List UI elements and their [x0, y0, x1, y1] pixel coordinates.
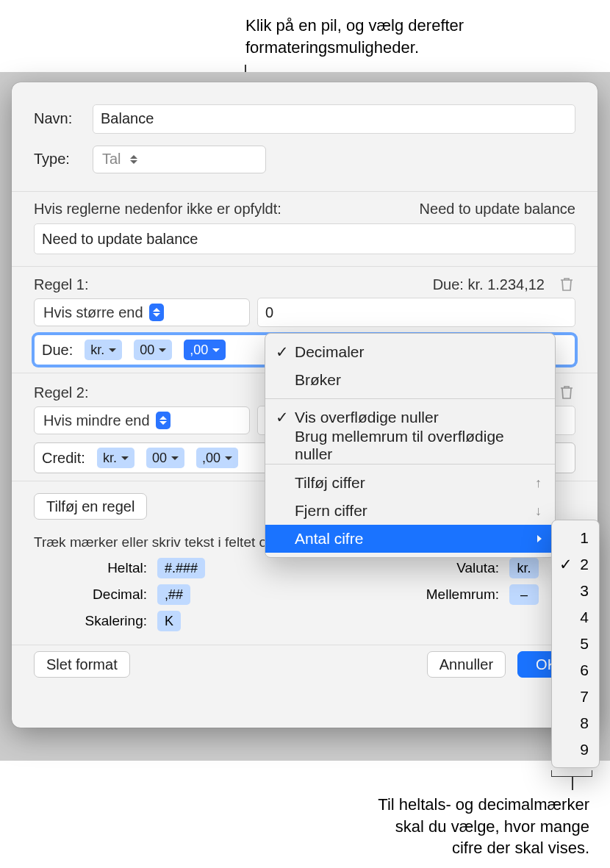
type-value: Tal [102, 151, 121, 168]
rule2-condition-select[interactable]: Hvis mindre end [34, 406, 250, 434]
stepper-icon [156, 412, 171, 429]
menu-brug-mellemrum[interactable]: Brug mellemrum til overflødige nuller [265, 431, 555, 459]
skalering-label: Skalering: [34, 613, 151, 629]
menu-separator [265, 464, 555, 465]
type-select[interactable]: Tal [93, 146, 266, 173]
rule1-condition-value: Hvis større end [43, 304, 143, 321]
fallback-label: Hvis reglerne nedenfor ikke er opfyldt: [34, 201, 281, 218]
rule2-digits-token[interactable]: 00 [146, 448, 184, 468]
skalering-token[interactable]: K [157, 611, 181, 631]
rule2-label: Regel 2: [34, 384, 89, 401]
fallback-preview: Need to update balance [420, 201, 575, 218]
decimal-token[interactable]: ,## [157, 584, 190, 605]
digit-count-submenu: 1 2 3 4 5 6 7 8 9 [551, 520, 600, 768]
callout-bottom-text: Til heltals- og decimalmærker skal du væ… [378, 794, 589, 859]
cancel-button[interactable]: Annuller [427, 651, 506, 678]
valuta-label: Valuta: [408, 560, 503, 576]
rule2-currency-token[interactable]: kr. [97, 448, 134, 468]
trash-icon[interactable] [558, 384, 575, 401]
decimal-label: Decimal: [34, 587, 151, 603]
delete-format-button[interactable]: Slet format [34, 651, 130, 678]
trash-icon[interactable] [558, 276, 575, 293]
rule1-condition-select[interactable]: Hvis større end [34, 298, 250, 326]
digit-3[interactable]: 3 [552, 578, 599, 604]
chevron-right-icon [537, 535, 542, 542]
menu-broker[interactable]: Brøker [265, 366, 555, 394]
callout-top-text: Klik på en pil, og vælg derefter formate… [245, 15, 610, 58]
mellemrum-label: Mellemrum: [408, 587, 503, 603]
menu-fjern-ciffer[interactable]: Fjern ciffer ↓ [265, 497, 555, 525]
digit-8[interactable]: 8 [552, 710, 599, 736]
rule2-condition-value: Hvis mindre end [43, 412, 150, 429]
menu-tilfoj-ciffer[interactable]: Tilføj ciffer ↑ [265, 469, 555, 497]
rule1-digits-token[interactable]: 00 [134, 340, 172, 360]
rule1-currency-token[interactable]: kr. [85, 340, 122, 360]
menu-decimaler[interactable]: Decimaler [265, 338, 555, 366]
digit-7[interactable]: 7 [552, 684, 599, 710]
rule2-decimal-token[interactable]: ,00 [196, 448, 238, 468]
token-palette: Heltal: #.### Valuta: kr. Decimal: ,## M… [12, 555, 598, 645]
rule1-label: Regel 1: [34, 276, 89, 293]
digit-1[interactable]: 1 [552, 525, 599, 551]
name-label: Navn: [34, 98, 93, 139]
rule2-prefix: Credit: [42, 450, 85, 467]
valuta-token[interactable]: kr. [509, 558, 539, 578]
digit-4[interactable]: 4 [552, 604, 599, 631]
name-input[interactable] [93, 104, 575, 134]
rule1-preview: Due: kr. 1.234,12 [433, 276, 545, 293]
rule1-prefix: Due: [42, 342, 73, 359]
digit-5[interactable]: 5 [552, 631, 599, 657]
menu-separator [265, 398, 555, 399]
callout-bracket [551, 770, 592, 777]
mellemrum-token[interactable]: – [509, 584, 539, 605]
digit-2[interactable]: 2 [552, 551, 599, 578]
menu-antal-cifre[interactable]: Antal cifre [265, 525, 555, 553]
fallback-input[interactable] [34, 223, 575, 254]
rule1-decimal-token[interactable]: ,00 [184, 340, 226, 360]
arrow-up-icon: ↑ [535, 476, 542, 491]
stepper-icon [127, 150, 140, 169]
add-rule-button[interactable]: Tilføj en regel [34, 493, 147, 520]
stepper-icon [149, 304, 164, 321]
decimal-format-menu: Decimaler Brøker Vis overflødige nuller … [265, 333, 556, 558]
type-label: Type: [34, 139, 93, 179]
digit-6[interactable]: 6 [552, 657, 599, 684]
heltal-label: Heltal: [34, 560, 151, 576]
heltal-token[interactable]: #.### [157, 558, 205, 578]
rule1-value-input[interactable] [257, 298, 575, 327]
callout-bracket-stem [572, 777, 573, 790]
arrow-down-icon: ↓ [535, 503, 542, 519]
digit-9[interactable]: 9 [552, 736, 599, 763]
